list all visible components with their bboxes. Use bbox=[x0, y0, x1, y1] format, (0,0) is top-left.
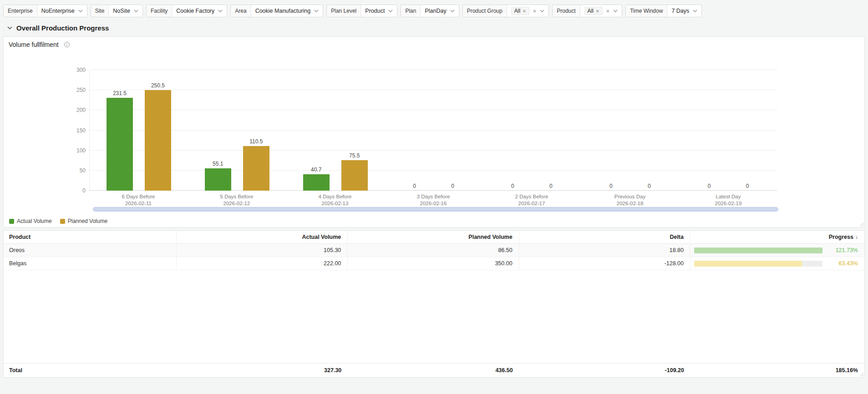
filter-value-area[interactable]: NoEnterprise bbox=[37, 5, 87, 17]
bar-actual-volume[interactable]: 231.5 bbox=[107, 98, 133, 191]
filter-label: Enterprise bbox=[4, 5, 37, 17]
filter-selected-value: NoEnterprise bbox=[41, 8, 75, 14]
filter-value-area[interactable]: NoSite bbox=[109, 5, 142, 17]
collapse-chevron-icon[interactable] bbox=[7, 26, 12, 30]
legend-item[interactable]: Actual Volume bbox=[9, 218, 52, 224]
bar-value-label: 231.5 bbox=[113, 90, 127, 96]
chevron-down-icon bbox=[613, 10, 618, 12]
bar-value-label: 0 bbox=[609, 183, 613, 189]
x-axis-labels: 6 Days Before2026-02-115 Days Before2026… bbox=[89, 193, 777, 207]
product-cell: Belgas bbox=[4, 257, 177, 270]
bar-value-label: 40.7 bbox=[311, 167, 321, 173]
bar-planned-volume[interactable]: 110.5 bbox=[243, 146, 269, 191]
bar-planned-volume[interactable]: 75.5 bbox=[341, 160, 368, 191]
y-axis-tick-label: 250 bbox=[76, 87, 86, 93]
column-header-progress[interactable]: Progress↓ bbox=[690, 231, 864, 243]
bar-group: 231.5250.5 bbox=[90, 70, 188, 191]
filter-facility[interactable]: FacilityCookie Factory bbox=[146, 5, 227, 17]
table-row-oreos[interactable]: Oreos105.3086.5018.80121.73% bbox=[4, 244, 864, 257]
chart-scrollbar[interactable] bbox=[93, 207, 778, 212]
total-actual-volume: 327.30 bbox=[177, 364, 348, 377]
filter-time-window[interactable]: Time Window7 Days bbox=[625, 5, 702, 17]
filter-label: Plan bbox=[401, 5, 421, 17]
filter-label: Time Window bbox=[626, 5, 667, 17]
filter-product-group[interactable]: Product GroupAll×× bbox=[462, 5, 549, 17]
bar-value-label: 0 bbox=[511, 183, 514, 189]
filter-enterprise[interactable]: EnterpriseNoEnterprise bbox=[3, 5, 87, 17]
resize-handle-icon[interactable] bbox=[859, 222, 864, 227]
column-header-product[interactable]: Product bbox=[4, 231, 177, 243]
legend-item[interactable]: Planned Volume bbox=[60, 218, 107, 224]
chevron-down-icon bbox=[218, 10, 223, 12]
y-axis-tick-label: 0 bbox=[82, 187, 86, 194]
bar-chart-plot-area: 050100150200250300231.5250.555.1110.540.… bbox=[89, 70, 777, 191]
product-cell: Oreos bbox=[4, 244, 177, 257]
filter-value-area[interactable]: All×× bbox=[507, 5, 549, 17]
filter-area[interactable]: AreaCookie Manufacturing bbox=[230, 5, 323, 17]
chart-title: Volume fullfilment bbox=[9, 41, 59, 48]
filter-value-area[interactable]: 7 Days bbox=[667, 5, 701, 17]
column-header-delta[interactable]: Delta bbox=[519, 231, 690, 243]
bar-value-label: 0 bbox=[708, 183, 711, 189]
column-header-label: Planned Volume bbox=[468, 234, 512, 240]
section-title: Overall Production Progress bbox=[16, 24, 109, 32]
y-axis-tick-label: 200 bbox=[76, 107, 86, 113]
filter-label: Area bbox=[231, 5, 251, 17]
bar-value-label: 0 bbox=[451, 183, 454, 189]
total-label: Total bbox=[4, 364, 177, 377]
chevron-down-icon bbox=[693, 10, 697, 12]
column-header-actual-volume[interactable]: Actual Volume bbox=[177, 231, 348, 243]
bar-group: 00 bbox=[385, 70, 483, 191]
progress-cell: 121.73% bbox=[690, 244, 864, 257]
table-body: Oreos105.3086.5018.80121.73%Belgas222.00… bbox=[4, 244, 864, 270]
delta-cell: -128.00 bbox=[519, 257, 690, 270]
bar-value-label: 0 bbox=[413, 183, 416, 189]
bar-planned-volume[interactable]: 250.5 bbox=[145, 90, 171, 191]
progress-percent: 63.43% bbox=[827, 260, 858, 267]
delta-cell: 18.80 bbox=[519, 244, 690, 257]
filter-value-area[interactable]: Cookie Manufacturing bbox=[251, 5, 323, 17]
column-header-label: Delta bbox=[670, 234, 684, 240]
filter-value-area[interactable]: Cookie Factory bbox=[172, 5, 227, 17]
filter-plan-level[interactable]: Plan LevelProduct bbox=[326, 5, 397, 17]
legend-label: Actual Volume bbox=[17, 218, 52, 224]
chart-panel-title-row: Volume fullfilment bbox=[9, 41, 70, 48]
table-empty-space bbox=[4, 270, 864, 363]
selected-option-tag: All× bbox=[511, 7, 529, 15]
chevron-down-icon bbox=[314, 10, 319, 12]
bar-actual-volume[interactable]: 55.1 bbox=[205, 168, 231, 191]
bar-group: 40.775.5 bbox=[286, 70, 385, 191]
sort-descending-icon[interactable]: ↓ bbox=[855, 234, 858, 240]
filter-value-area[interactable]: Product bbox=[361, 5, 397, 17]
table-row-belgas[interactable]: Belgas222.00350.00-128.0063.43% bbox=[4, 257, 864, 270]
column-header-label: Actual Volume bbox=[302, 234, 341, 240]
remove-option-icon[interactable]: × bbox=[596, 8, 599, 14]
clear-filter-icon[interactable]: × bbox=[533, 8, 537, 14]
section-header[interactable]: Overall Production Progress bbox=[0, 20, 868, 36]
filter-label: Plan Level bbox=[327, 5, 361, 17]
bar-group: 00 bbox=[679, 70, 777, 191]
filter-site[interactable]: SiteNoSite bbox=[91, 5, 143, 17]
production-table-panel: ProductActual VolumePlanned VolumeDeltaP… bbox=[3, 230, 865, 378]
filter-product[interactable]: ProductAll×× bbox=[552, 5, 622, 17]
filter-plan[interactable]: PlanPlanDay bbox=[401, 5, 459, 17]
table-total-row: Total 327.30 436.50 -109.20 185.16% bbox=[4, 363, 864, 377]
y-axis-tick-label: 150 bbox=[76, 127, 86, 134]
x-axis-category-label: Latest Day2026-02-19 bbox=[679, 193, 777, 207]
filter-value-area[interactable]: All×× bbox=[580, 5, 622, 17]
progress-bar-track bbox=[694, 261, 822, 267]
y-axis-tick-label: 50 bbox=[80, 167, 86, 174]
y-axis-tick-label: 100 bbox=[76, 147, 86, 154]
remove-option-icon[interactable]: × bbox=[523, 8, 526, 14]
legend-swatch bbox=[9, 219, 14, 224]
x-axis-category-label: 3 Days Before2026-02-16 bbox=[384, 193, 482, 207]
filter-label: Site bbox=[91, 5, 109, 17]
filter-value-area[interactable]: PlanDay bbox=[421, 5, 458, 17]
bar-actual-volume[interactable]: 40.7 bbox=[303, 174, 330, 191]
info-icon[interactable] bbox=[64, 41, 70, 48]
legend-label: Planned Volume bbox=[68, 218, 107, 224]
bar-value-label: 110.5 bbox=[249, 138, 263, 145]
resize-handle-icon[interactable] bbox=[859, 372, 864, 377]
clear-filter-icon[interactable]: × bbox=[606, 8, 610, 14]
column-header-planned-volume[interactable]: Planned Volume bbox=[348, 231, 519, 243]
